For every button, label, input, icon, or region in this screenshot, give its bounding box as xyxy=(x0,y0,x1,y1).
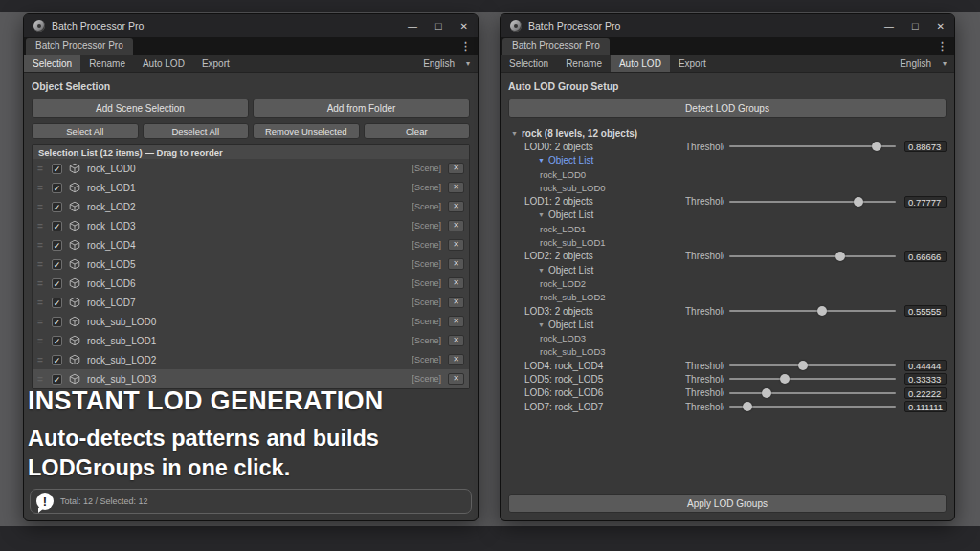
object-list-foldout[interactable]: ▼Object List xyxy=(508,154,947,167)
tab-rename[interactable]: Rename xyxy=(557,55,611,72)
doc-tab[interactable]: Batch Processor Pro xyxy=(502,38,610,55)
remove-item-button[interactable]: ✕ xyxy=(448,297,464,308)
threshold-value-field[interactable]: 0.33333 xyxy=(904,373,947,385)
drag-handle-icon[interactable]: = xyxy=(37,374,45,385)
remove-item-button[interactable]: ✕ xyxy=(448,258,464,270)
threshold-value-field[interactable]: 0.66666 xyxy=(904,251,947,262)
titlebar[interactable]: Batch Processor Pro — □ ✕ xyxy=(501,14,954,37)
detect-lod-groups-button[interactable]: Detect LOD Groups xyxy=(508,99,947,118)
tab-rename[interactable]: Rename xyxy=(80,55,134,72)
slider-handle[interactable] xyxy=(872,142,881,151)
remove-item-button[interactable]: ✕ xyxy=(448,277,464,289)
doc-tab[interactable]: Batch Processor Pro xyxy=(26,38,133,55)
remove-item-button[interactable]: ✕ xyxy=(448,373,464,385)
list-item[interactable]: =✓rock_LOD7[Scene]✕ xyxy=(33,293,469,312)
slider-handle[interactable] xyxy=(854,197,863,207)
list-item[interactable]: =✓rock_sub_LOD0[Scene]✕ xyxy=(33,312,469,331)
select-all-button[interactable]: Select All xyxy=(32,123,139,139)
close-button[interactable]: ✕ xyxy=(937,21,945,32)
drag-handle-icon[interactable]: = xyxy=(37,336,45,346)
threshold-slider[interactable] xyxy=(729,400,896,413)
threshold-value-field[interactable]: 0.22222 xyxy=(904,387,947,399)
tab-auto-lod[interactable]: Auto LOD xyxy=(611,55,670,72)
list-item[interactable]: =✓rock_sub_LOD2[Scene]✕ xyxy=(33,350,469,369)
item-checkbox[interactable]: ✓ xyxy=(52,183,62,193)
drag-handle-icon[interactable]: = xyxy=(37,202,45,212)
tab-auto-lod[interactable]: Auto LOD xyxy=(134,55,193,72)
item-checkbox[interactable]: ✓ xyxy=(52,221,62,231)
slider-handle[interactable] xyxy=(817,306,827,316)
drag-handle-icon[interactable]: = xyxy=(37,317,45,327)
maximize-button[interactable]: □ xyxy=(912,20,919,32)
remove-item-button[interactable]: ✕ xyxy=(448,316,464,327)
remove-item-button[interactable]: ✕ xyxy=(448,163,464,174)
add-from-folder-button[interactable]: Add from Folder xyxy=(253,99,470,118)
minimize-button[interactable]: — xyxy=(884,21,894,32)
drag-handle-icon[interactable]: = xyxy=(37,240,45,251)
item-checkbox[interactable]: ✓ xyxy=(52,240,62,251)
threshold-slider[interactable] xyxy=(729,250,896,263)
drag-handle-icon[interactable]: = xyxy=(37,278,45,289)
item-checkbox[interactable]: ✓ xyxy=(52,278,62,289)
list-item[interactable]: =✓rock_LOD2[Scene]✕ xyxy=(33,197,469,216)
close-button[interactable]: ✕ xyxy=(460,21,468,32)
drag-handle-icon[interactable]: = xyxy=(37,164,45,174)
clear-button[interactable]: Clear xyxy=(364,123,471,139)
language-dropdown[interactable]: English ▾ xyxy=(415,55,478,72)
list-item[interactable]: =✓rock_sub_LOD1[Scene]✕ xyxy=(33,331,469,350)
drag-handle-icon[interactable]: = xyxy=(37,221,45,231)
list-item[interactable]: =✓rock_LOD0[Scene]✕ xyxy=(33,159,469,178)
threshold-slider[interactable] xyxy=(729,304,896,318)
threshold-slider[interactable] xyxy=(729,386,896,400)
item-checkbox[interactable]: ✓ xyxy=(52,259,62,270)
drag-handle-icon[interactable]: = xyxy=(37,259,45,270)
lod-group-foldout[interactable]: ▼ rock (8 levels, 12 objects) xyxy=(508,126,947,140)
list-item[interactable]: =✓rock_LOD4[Scene]✕ xyxy=(33,235,469,254)
titlebar[interactable]: Batch Processor Pro — □ ✕ xyxy=(24,14,478,37)
threshold-value-field[interactable]: 0.55555 xyxy=(904,305,947,317)
list-item[interactable]: =✓rock_LOD1[Scene]✕ xyxy=(33,178,469,197)
item-checkbox[interactable]: ✓ xyxy=(52,298,62,308)
item-checkbox[interactable]: ✓ xyxy=(52,336,62,346)
slider-handle[interactable] xyxy=(762,388,771,398)
deselect-all-button[interactable]: Deselect All xyxy=(143,123,250,139)
tab-selection[interactable]: Selection xyxy=(501,55,557,72)
list-item[interactable]: =✓rock_LOD5[Scene]✕ xyxy=(33,254,469,274)
remove-unselected-button[interactable]: Remove Unselected xyxy=(253,123,360,139)
object-list-foldout[interactable]: ▼Object List xyxy=(508,209,947,222)
threshold-slider[interactable] xyxy=(729,140,896,153)
threshold-value-field[interactable]: 0.44444 xyxy=(904,360,947,371)
threshold-value-field[interactable]: 0.111111 xyxy=(904,401,947,412)
tab-menu-icon[interactable]: ⋮ xyxy=(937,40,947,53)
threshold-slider[interactable] xyxy=(729,195,896,209)
slider-handle[interactable] xyxy=(835,252,845,261)
item-checkbox[interactable]: ✓ xyxy=(52,164,62,174)
minimize-button[interactable]: — xyxy=(408,21,417,32)
remove-item-button[interactable]: ✕ xyxy=(448,335,464,346)
tab-export[interactable]: Export xyxy=(670,55,715,72)
list-item[interactable]: =✓rock_LOD6[Scene]✕ xyxy=(33,274,469,293)
threshold-value-field[interactable]: 0.77777 xyxy=(904,196,947,208)
object-list-foldout[interactable]: ▼Object List xyxy=(508,318,947,331)
apply-lod-groups-button[interactable]: Apply LOD Groups xyxy=(508,494,947,513)
item-checkbox[interactable]: ✓ xyxy=(52,355,62,365)
threshold-value-field[interactable]: 0.88673 xyxy=(904,141,947,152)
remove-item-button[interactable]: ✕ xyxy=(448,182,464,193)
drag-handle-icon[interactable]: = xyxy=(37,183,45,193)
drag-handle-icon[interactable]: = xyxy=(37,355,45,365)
tab-export[interactable]: Export xyxy=(193,55,238,72)
threshold-slider[interactable] xyxy=(729,372,896,386)
slider-handle[interactable] xyxy=(798,361,808,370)
remove-item-button[interactable]: ✕ xyxy=(448,239,464,251)
item-checkbox[interactable]: ✓ xyxy=(52,317,62,327)
slider-handle[interactable] xyxy=(743,402,752,411)
tab-selection[interactable]: Selection xyxy=(24,55,80,72)
remove-item-button[interactable]: ✕ xyxy=(448,220,464,231)
tab-menu-icon[interactable]: ⋮ xyxy=(460,40,471,53)
maximize-button[interactable]: □ xyxy=(435,20,442,32)
language-dropdown[interactable]: English ▾ xyxy=(892,55,954,72)
item-checkbox[interactable]: ✓ xyxy=(52,202,62,212)
remove-item-button[interactable]: ✕ xyxy=(448,354,464,365)
drag-handle-icon[interactable]: = xyxy=(37,298,45,308)
add-scene-selection-button[interactable]: Add Scene Selection xyxy=(32,99,249,118)
